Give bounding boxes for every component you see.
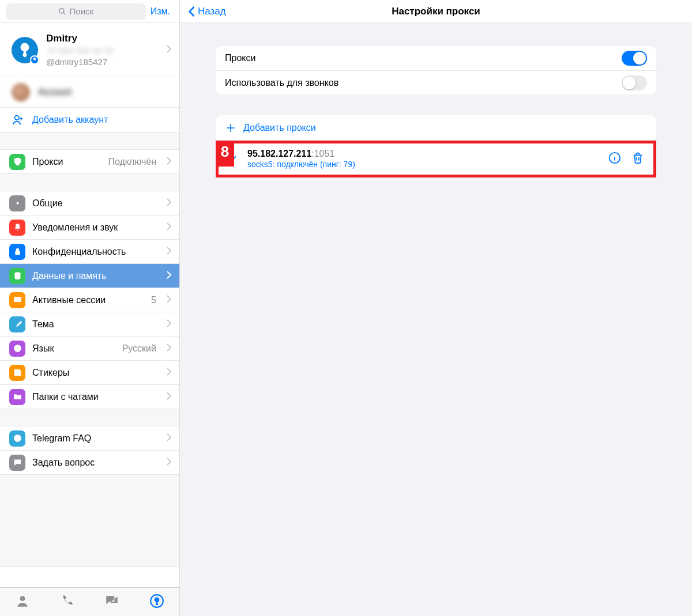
search-input[interactable]: Поиск [6,3,146,20]
svg-rect-6 [14,297,21,303]
chevron-left-icon [188,6,195,17]
add-proxy-button[interactable]: Добавить прокси [216,115,656,141]
label: Прокси [32,157,101,167]
chevron-right-icon [167,247,171,257]
proxy-settings-card: Прокси Использовать для звонков [216,46,656,95]
edit-button[interactable]: Изм. [151,6,174,17]
sidebar-item-faq[interactable]: Telegram FAQ [0,426,179,451]
label: Язык [32,343,115,354]
page-title: Настройки прокси [180,6,692,17]
spacer [0,133,179,150]
toggle-knob [623,77,635,89]
sidebar-item-proxy[interactable]: Прокси Подключён [0,150,179,174]
profile-name: Dmitry [46,32,167,45]
svg-point-3 [16,202,18,204]
svg-point-9 [20,596,25,601]
sidebar-item-privacy[interactable]: Конфиденциальность [0,240,179,264]
label: Telegram FAQ [32,433,160,444]
highlighted-proxy-entry: 8 95.182.127.211:1051 socks5: подключён … [216,141,656,177]
spacer [0,174,179,191]
sidebar-scroll[interactable]: Dmitry +0 000 000 00 00 @dmitry185427 Ac… [0,23,179,587]
tab-chats[interactable] [104,594,119,611]
shield-icon [9,154,25,170]
proxy-toggle-row: Прокси [216,46,656,70]
calls-toggle[interactable] [622,75,647,90]
chats-icon [104,594,119,609]
chevron-right-icon [167,157,171,167]
tab-calls[interactable] [60,594,75,611]
sidebar-item-ask[interactable]: Задать вопрос [0,451,179,475]
search-icon [58,7,66,16]
sidebar-item-folders[interactable]: Папки с чатами [0,385,179,409]
verified-badge-icon [30,55,39,65]
chevron-right-icon [167,433,171,444]
label: Уведомления и звук [32,222,160,233]
chevron-right-icon [167,45,171,55]
proxy-address: 95.182.127.211:1051 [247,148,600,160]
account-avatar [12,83,30,101]
account-name: Account [38,87,72,97]
label: Активные сессии [32,295,144,305]
info-button[interactable] [608,152,621,167]
settings-tab-icon [149,594,164,609]
avatar [12,37,38,63]
proxy-toggle-label: Прокси [225,53,622,63]
back-label: Назад [198,6,226,17]
sidebar-item-sessions[interactable]: Активные сессии 5 [0,288,179,312]
gear-icon [9,195,25,211]
sticker-icon [9,365,25,381]
chevron-right-icon [167,343,171,354]
calls-toggle-label: Использовать для звонков [225,78,622,88]
add-proxy-label: Добавить прокси [243,123,316,133]
account-item[interactable]: Account [0,77,179,108]
value: 5 [151,295,156,305]
sidebar-item-general[interactable]: Общие [0,191,179,216]
lock-icon [9,244,25,260]
label: Стикеры [32,368,160,378]
proxy-status: socks5: подключён (пинг: 79) [247,160,600,170]
contact-icon [15,594,30,609]
main-header: Назад Настройки прокси [180,0,692,23]
chevron-right-icon [167,392,171,402]
main-body: Прокси Использовать для звонков Добавить… [180,23,692,177]
sidebar: Поиск Изм. Dmitry +0 000 000 00 00 @dmit… [0,0,180,616]
proxy-actions [608,152,644,167]
label: Данные и память [32,271,160,281]
tab-contacts[interactable] [15,594,30,611]
trash-icon [631,152,644,164]
folder-icon [9,389,25,405]
profile-row[interactable]: Dmitry +0 000 000 00 00 @dmitry185427 [0,23,179,77]
profile-texts: Dmitry +0 000 000 00 00 @dmitry185427 [46,32,167,67]
sidebar-item-language[interactable]: Язык Русский [0,337,179,361]
value: Подключён [108,157,156,167]
monitor-icon [9,292,25,308]
toggle-knob [633,52,646,65]
search-placeholder: Поиск [70,6,94,16]
profile-username: @dmitry185427 [46,56,167,68]
back-button[interactable]: Назад [180,6,226,17]
sidebar-item-stickers[interactable]: Стикеры [0,361,179,385]
svg-point-2 [15,116,19,120]
svg-line-1 [63,12,65,14]
sidebar-item-data[interactable]: Данные и память [0,264,179,288]
tab-settings[interactable] [149,594,164,611]
main-pane: Назад Настройки прокси Прокси Использова… [180,0,692,616]
proxy-entry-row[interactable]: 95.182.127.211:1051 socks5: подключён (п… [219,143,653,175]
proxy-port: :1051 [311,149,334,158]
label: Тема [32,319,160,330]
question-icon [9,430,25,447]
chat-icon [9,455,25,471]
tab-bar [0,587,179,616]
delete-button[interactable] [631,152,644,167]
sidebar-item-theme[interactable]: Тема [0,312,179,337]
value: Русский [122,343,156,354]
chevron-right-icon [167,458,171,468]
add-account-button[interactable]: Добавить аккаунт [0,108,179,133]
globe-icon [9,341,25,357]
sidebar-item-notifications[interactable]: Уведомления и звук [0,216,179,240]
proxy-toggle[interactable] [622,51,647,66]
database-icon [9,268,25,284]
chevron-right-icon [167,368,171,378]
plus-icon [225,122,236,134]
chevron-right-icon [167,198,171,209]
